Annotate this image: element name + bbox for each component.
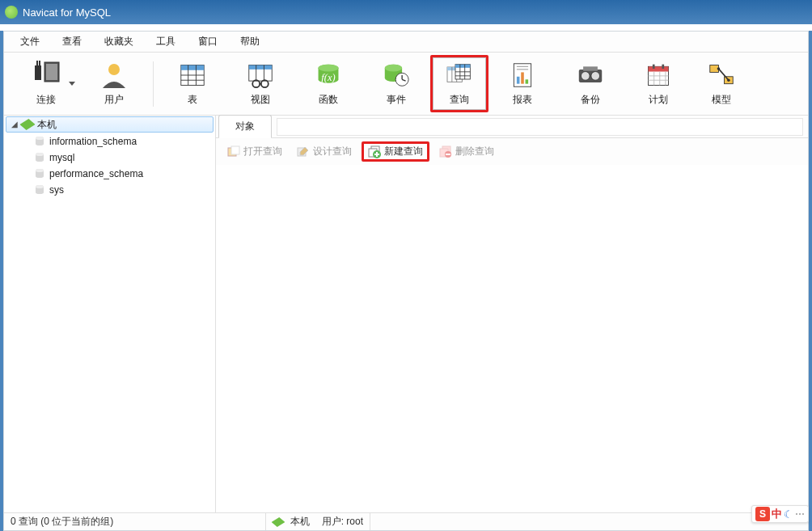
- svg-rect-39: [521, 72, 524, 83]
- tool-function[interactable]: f(x) 函数: [294, 55, 362, 112]
- svg-point-59: [717, 67, 721, 70]
- tree-db[interactable]: mysql: [4, 150, 215, 166]
- tool-event[interactable]: 事件: [362, 55, 430, 112]
- svg-rect-0: [35, 65, 41, 80]
- query-icon: [443, 61, 476, 90]
- tree-db[interactable]: performance_schema: [4, 166, 215, 182]
- status-user: 用户: root: [322, 515, 363, 529]
- tabstrip: 对象: [216, 116, 808, 138]
- svg-point-60: [727, 78, 730, 82]
- svg-rect-1: [36, 61, 38, 66]
- tool-model[interactable]: 模型: [692, 55, 751, 112]
- svg-point-45: [591, 72, 600, 81]
- report-icon: [506, 61, 539, 90]
- tool-schedule[interactable]: 计划: [624, 55, 692, 112]
- svg-text:f(x): f(x): [321, 72, 335, 83]
- svg-point-5: [108, 64, 120, 75]
- menu-file[interactable]: 文件: [9, 32, 51, 51]
- status-connection: 本机 用户: root: [266, 513, 370, 530]
- action-delete-query-label: 删除查询: [455, 145, 494, 158]
- design-query-icon: [297, 145, 310, 158]
- ime-indicator[interactable]: S 中 ☾ ⋯: [751, 505, 809, 523]
- tool-view[interactable]: 视图: [226, 55, 294, 112]
- action-open-query[interactable]: 打开查询: [222, 143, 287, 160]
- user-icon: [98, 61, 130, 90]
- tool-table[interactable]: 表: [159, 55, 226, 112]
- tree-db-label: mysql: [49, 152, 74, 163]
- svg-point-62: [36, 137, 44, 140]
- svg-rect-13: [249, 65, 272, 70]
- tool-model-label: 模型: [712, 93, 731, 107]
- ime-lang: 中: [772, 507, 782, 521]
- menubar: 文件 查看 收藏夹 工具 窗口 帮助: [4, 32, 808, 53]
- svg-line-58: [718, 69, 728, 80]
- tool-report[interactable]: 报表: [488, 55, 556, 112]
- database-icon: [33, 168, 46, 179]
- svg-point-23: [385, 65, 402, 72]
- connection-icon: [270, 517, 285, 527]
- svg-point-68: [36, 185, 44, 188]
- tree-db-label: performance_schema: [49, 168, 143, 179]
- backup-icon: [574, 61, 607, 90]
- collapse-icon[interactable]: ◢: [10, 120, 19, 129]
- connection-tree[interactable]: ◢ 本机 information_schema mysql performanc…: [4, 116, 216, 530]
- menu-tools[interactable]: 工具: [145, 32, 187, 51]
- statusbar: 0 查询 (0 位于当前的组) 本机 用户: root: [4, 512, 808, 530]
- toolbar: 连接 用户 表 视图 f(x) 函数: [4, 53, 808, 116]
- tree-connection[interactable]: ◢ 本机: [6, 116, 214, 133]
- action-open-query-label: 打开查询: [243, 145, 282, 158]
- plug-icon: [30, 61, 62, 90]
- status-left: 0 查询 (0 位于当前的组): [4, 513, 266, 530]
- tool-report-label: 报表: [513, 93, 532, 107]
- tree-db[interactable]: sys: [4, 182, 215, 198]
- menu-view[interactable]: 查看: [51, 32, 93, 51]
- tool-schedule-label: 计划: [649, 93, 668, 107]
- status-connection-name: 本机: [290, 515, 310, 529]
- svg-rect-40: [526, 79, 529, 83]
- svg-rect-38: [517, 77, 520, 84]
- tab-object[interactable]: 对象: [218, 115, 272, 138]
- svg-rect-4: [46, 64, 57, 80]
- action-delete-query[interactable]: 删除查询: [434, 143, 499, 160]
- tool-function-label: 函数: [319, 93, 338, 107]
- action-bar: 打开查询 设计查询 新建查询 删除查询: [216, 138, 808, 166]
- database-icon: [33, 184, 46, 196]
- tree-db-label: information_schema: [49, 136, 137, 147]
- svg-point-20: [319, 65, 339, 72]
- delete-query-icon: [439, 145, 452, 158]
- action-new-query[interactable]: 新建查询: [362, 141, 429, 162]
- svg-rect-70: [231, 146, 239, 154]
- menu-help[interactable]: 帮助: [229, 32, 271, 51]
- tool-query[interactable]: 查询: [430, 55, 488, 112]
- app-title: Navicat for MySQL: [23, 6, 111, 19]
- open-query-icon: [227, 145, 240, 158]
- tree-db[interactable]: information_schema: [4, 133, 215, 150]
- body-area: ◢ 本机 information_schema mysql performanc…: [4, 116, 808, 530]
- object-search-input[interactable]: [277, 118, 803, 136]
- tool-user[interactable]: 用户: [80, 57, 148, 110]
- menu-favorites[interactable]: 收藏夹: [93, 32, 145, 51]
- titlebar: Navicat for MySQL: [0, 0, 812, 24]
- ime-more-icon: ⋯: [795, 508, 805, 520]
- object-list[interactable]: [216, 166, 808, 530]
- svg-rect-7: [181, 65, 204, 70]
- caret-down-icon: [69, 82, 75, 86]
- svg-point-64: [36, 153, 44, 156]
- view-icon: [244, 61, 277, 90]
- tool-backup[interactable]: 备份: [556, 55, 624, 112]
- svg-rect-55: [662, 65, 664, 69]
- ime-brand-icon: S: [755, 507, 770, 521]
- new-query-icon: [368, 145, 381, 158]
- table-icon: [176, 61, 209, 90]
- moon-icon: ☾: [784, 508, 793, 520]
- svg-point-44: [581, 72, 590, 81]
- menu-window[interactable]: 窗口: [187, 32, 229, 51]
- svg-point-16: [252, 80, 260, 87]
- event-icon: [380, 61, 412, 90]
- tool-connect[interactable]: 连接: [12, 57, 80, 110]
- function-icon: f(x): [312, 61, 345, 90]
- window-body: 文件 查看 收藏夹 工具 窗口 帮助 连接 用户 表: [0, 31, 812, 531]
- svg-point-66: [36, 169, 44, 172]
- action-design-query[interactable]: 设计查询: [292, 143, 357, 160]
- database-icon: [33, 136, 46, 147]
